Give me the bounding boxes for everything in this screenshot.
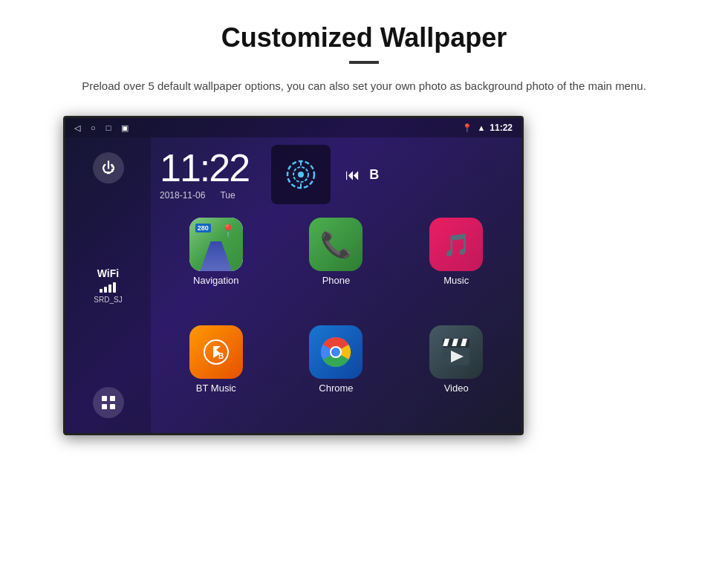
main-area: 11:22 2018-11-06 Tue [151, 137, 521, 433]
wifi-block: WiFi SRD_SJ [94, 267, 122, 304]
app-item-chrome[interactable]: Chrome [280, 325, 393, 426]
wallpaper-red[interactable] [521, 281, 524, 318]
video-label: Video [444, 383, 469, 394]
status-bar-right: 📍 ▲ 11:22 [462, 123, 513, 133]
status-bar-left: ◁ ○ □ ▣ [74, 123, 129, 133]
bluetooth-label: B [369, 167, 379, 183]
bridge-svg [521, 321, 524, 435]
status-time: 11:22 [490, 123, 513, 133]
screenshot-icon: ▣ [121, 123, 129, 133]
svg-rect-1 [110, 396, 115, 401]
svg-rect-0 [102, 396, 107, 401]
app-item-phone[interactable]: 📞 Phone [280, 218, 393, 318]
status-bar: ◁ ○ □ ▣ 📍 ▲ 11:22 [65, 118, 521, 137]
clock-area: 11:22 2018-11-06 Tue [160, 145, 513, 204]
clock-day: Tue [220, 190, 235, 201]
wifi-bar-2 [104, 287, 107, 293]
nav-pin-icon: 📍 [221, 224, 235, 238]
video-svg [440, 336, 472, 368]
clock-date-value: 2018-11-06 [160, 190, 205, 201]
nav-icon-inner: 280 📍 [189, 218, 243, 271]
wifi-ssid: SRD_SJ [94, 296, 122, 304]
wifi-bar-4 [113, 282, 116, 293]
sidebar: ⏻ WiFi SRD_SJ [65, 137, 151, 433]
bt-music-svg: B [203, 339, 230, 365]
android-screen: ◁ ○ □ ▣ 📍 ▲ 11:22 ⏻ WiFi [63, 116, 524, 435]
title-divider [349, 61, 379, 64]
wifi-bar-1 [100, 289, 103, 293]
svg-line-25 [521, 351, 524, 400]
wifi-label: WiFi [94, 267, 122, 279]
prev-track-icon[interactable]: ⏮ [345, 166, 360, 183]
video-icon [429, 325, 483, 379]
svg-point-6 [298, 172, 304, 178]
media-icon-box [271, 145, 331, 204]
svg-point-14 [331, 348, 340, 357]
svg-point-30 [521, 388, 524, 411]
phone-symbol: 📞 [320, 230, 351, 259]
back-icon[interactable]: ◁ [74, 123, 80, 133]
svg-rect-21 [521, 325, 524, 433]
navigation-icon: 280 📍 [189, 218, 243, 271]
home-icon[interactable]: ○ [91, 123, 96, 132]
media-controls: ⏮ B [345, 166, 379, 183]
music-symbol: 🎵 [443, 232, 470, 258]
wifi-bars [94, 282, 122, 293]
svg-rect-22 [521, 400, 524, 433]
page-title: Customized Wallpaper [45, 22, 683, 53]
navigation-label: Navigation [193, 275, 238, 286]
recents-icon[interactable]: □ [106, 123, 111, 132]
svg-rect-29 [521, 397, 524, 403]
phone-label: Phone [322, 275, 351, 286]
chrome-label: Chrome [319, 383, 353, 394]
svg-text:B: B [218, 352, 224, 360]
btmusic-label: BT Music [196, 383, 236, 394]
clock-date: 2018-11-06 Tue [160, 190, 249, 201]
location-icon: 📍 [462, 123, 472, 133]
page-wrapper: Customized Wallpaper Preload over 5 defa… [0, 0, 728, 450]
chrome-svg [319, 336, 352, 368]
chrome-icon [309, 325, 363, 379]
screen-body: ⏻ WiFi SRD_SJ [65, 137, 521, 433]
clock-block: 11:22 2018-11-06 Tue [160, 149, 249, 201]
app-item-navigation[interactable]: 280 📍 Navigation [160, 218, 273, 318]
app-grid: 280 📍 Navigation 📞 Phone [160, 218, 513, 426]
svg-rect-2 [102, 404, 107, 409]
apps-button[interactable] [93, 387, 124, 418]
music-icon: 🎵 [429, 218, 483, 271]
wallpaper-previews: CarSetting [521, 137, 524, 435]
wallpaper-ice[interactable] [521, 137, 524, 278]
power-button[interactable]: ⏻ [93, 152, 124, 183]
app-item-music[interactable]: 🎵 Music [400, 218, 513, 318]
nav-badge: 280 [195, 224, 211, 232]
wallpaper-bridge[interactable]: CarSetting [521, 321, 524, 435]
app-item-btmusic[interactable]: B BT Music [160, 325, 273, 426]
svg-rect-3 [110, 404, 115, 409]
clock-time: 11:22 [160, 149, 249, 187]
wifi-status-icon: ▲ [477, 123, 485, 132]
app-item-video[interactable]: Video [400, 325, 513, 426]
phone-icon: 📞 [309, 218, 363, 271]
page-description: Preload over 5 default wallpaper options… [74, 77, 654, 95]
device-container: ◁ ○ □ ▣ 📍 ▲ 11:22 ⏻ WiFi [63, 116, 665, 435]
music-label: Music [443, 275, 469, 286]
nav-road [189, 241, 243, 271]
bt-music-icon: B [189, 325, 243, 379]
wifi-bar-3 [108, 284, 111, 293]
